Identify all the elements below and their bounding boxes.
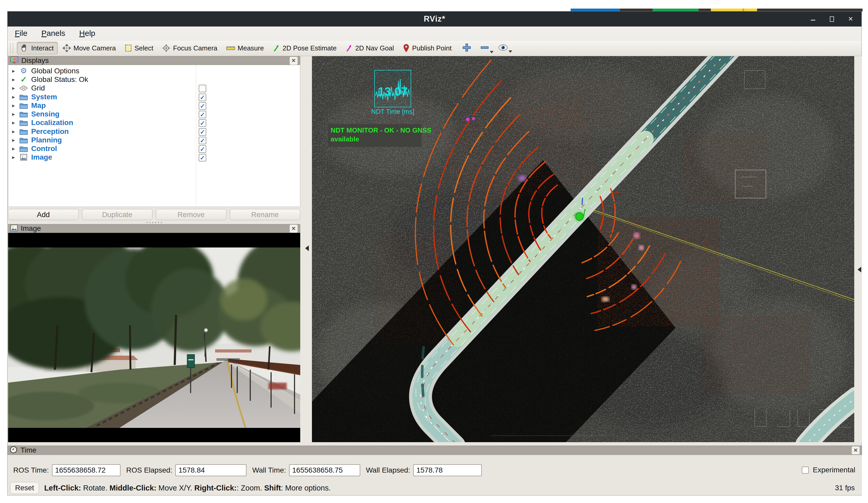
chevron-down-icon[interactable] — [508, 50, 512, 54]
map-pin-icon — [403, 44, 410, 52]
main-content: Displays ✕ ▸ ⚙ Global Options ▸ ✓ Global… — [8, 56, 862, 442]
expander-icon[interactable]: ▸ — [11, 77, 16, 83]
checkbox-system[interactable]: ✓ — [199, 93, 206, 101]
image-panel-header[interactable]: Image ✕ — [8, 224, 300, 233]
left-splitter[interactable] — [300, 56, 312, 442]
collapse-left-arrow-icon[interactable] — [302, 245, 309, 251]
monitor-icon — [10, 57, 18, 65]
close-button[interactable] — [847, 16, 854, 22]
minimize-button[interactable] — [810, 16, 816, 22]
checkbox-localization[interactable]: ✓ — [199, 119, 206, 127]
camera-image-view[interactable] — [8, 233, 300, 442]
tree-item-sensing[interactable]: ▸ Sensing — [8, 110, 193, 118]
grid-icon — [19, 85, 28, 91]
add-button[interactable]: Add — [8, 209, 79, 220]
maximize-button[interactable] — [829, 16, 835, 22]
image-close-icon[interactable]: ✕ — [289, 224, 298, 233]
duplicate-button[interactable]: Duplicate — [82, 209, 153, 220]
tool-publish-point[interactable]: Publish Point — [399, 42, 456, 54]
status-bar: Reset Left-Click: Rotate. Middle-Click: … — [8, 481, 862, 495]
ndt-label: NDT Time [ms] — [371, 108, 414, 115]
expander-icon[interactable]: ▸ — [11, 94, 16, 100]
camera-photo — [8, 248, 300, 428]
tree-item-system[interactable]: ▸ System — [8, 92, 193, 101]
displays-close-icon[interactable]: ✕ — [289, 57, 298, 65]
tool-2d-nav-goal[interactable]: 2D Nav Goal — [342, 42, 398, 54]
interaction-mode-eye-icon[interactable] — [498, 44, 508, 52]
tree-item-planning[interactable]: ▸ Planning — [8, 136, 193, 144]
expander-icon[interactable]: ▸ — [11, 85, 16, 91]
move-camera-icon — [63, 44, 71, 52]
tree-item-grid[interactable]: ▸ Grid — [8, 84, 193, 92]
tree-item-image[interactable]: ▸ Image — [8, 153, 193, 161]
wall-elapsed-input[interactable] — [413, 464, 482, 476]
tree-item-global-status[interactable]: ▸ ✓ Global Status: Ok — [8, 75, 193, 84]
add-tool-plus-icon[interactable] — [462, 43, 471, 53]
collapse-right-arrow-icon[interactable] — [855, 267, 861, 272]
ndt-monitor-line1: NDT MONITOR - OK - NO GNSS — [331, 126, 431, 134]
wall-time-input[interactable] — [289, 464, 360, 476]
ros-elapsed-input[interactable] — [175, 464, 247, 476]
gear-icon: ⚙ — [19, 67, 28, 74]
expander-icon[interactable]: ▸ — [11, 128, 16, 135]
folder-icon — [19, 128, 28, 135]
expander-icon[interactable]: ▸ — [11, 111, 16, 117]
remove-tool-minus-icon[interactable] — [480, 43, 489, 53]
tree-item-global-options[interactable]: ▸ ⚙ Global Options — [8, 67, 193, 75]
ros-elapsed-label: ROS Elapsed: — [126, 466, 172, 474]
folder-icon — [19, 119, 28, 126]
tool-focus-camera[interactable]: Focus Camera — [158, 42, 221, 54]
checkbox-sensing[interactable]: ✓ — [199, 111, 206, 118]
checkbox-image[interactable]: ✓ — [199, 154, 206, 161]
tool-move-camera[interactable]: Move Camera — [59, 42, 120, 54]
focus-camera-icon — [162, 44, 170, 52]
chevron-down-icon[interactable] — [490, 51, 494, 55]
toolbar-drag-handle[interactable] — [10, 43, 13, 53]
menu-file[interactable]: File — [12, 28, 30, 38]
ros-time-input[interactable] — [52, 464, 121, 476]
folder-icon — [19, 145, 28, 152]
checkbox-control[interactable]: ✓ — [199, 145, 206, 153]
wall-elapsed-label: Wall Elapsed: — [366, 466, 410, 474]
expander-icon[interactable]: ▸ — [11, 137, 16, 143]
tool-measure[interactable]: Measure — [222, 42, 268, 54]
tool-select[interactable]: Select — [121, 42, 157, 54]
3d-viewport[interactable]: 13.07 NDT Time [ms] NDT MONITOR - OK - N… — [312, 56, 854, 442]
tree-item-perception[interactable]: ▸ Perception — [8, 127, 193, 136]
ros-time-label: ROS Time: — [13, 466, 49, 474]
ndt-monitor-line2: available — [331, 135, 359, 143]
menu-help[interactable]: Help — [76, 28, 99, 38]
menu-panels[interactable]: Panels — [38, 28, 68, 38]
experimental-checkbox[interactable] — [802, 466, 809, 474]
tool-interact[interactable]: Interact — [17, 42, 58, 54]
time-panel-header[interactable]: Time ✕ — [8, 445, 862, 455]
expander-icon[interactable]: ▸ — [11, 102, 16, 109]
reset-button[interactable]: Reset — [10, 482, 39, 494]
checkbox-grid[interactable] — [199, 85, 206, 92]
tree-item-control[interactable]: ▸ Control — [8, 144, 193, 153]
expander-icon[interactable]: ▸ — [11, 154, 16, 160]
tool-2d-pose-estimate[interactable]: 2D Pose Estimate — [269, 42, 341, 54]
rviz-window: RViz* File Panels Help Interact Move Cam… — [7, 11, 862, 495]
mouse-help-text: Left-Click: Rotate. Middle-Click: Move X… — [44, 484, 331, 492]
time-close-icon[interactable]: ✕ — [851, 446, 860, 455]
displays-panel-header[interactable]: Displays ✕ — [8, 56, 300, 65]
experimental-label: Experimental — [813, 466, 855, 474]
nav-goal-arrow-icon — [345, 44, 353, 52]
checkbox-perception[interactable]: ✓ — [199, 128, 206, 136]
expander-icon[interactable]: ▸ — [11, 145, 16, 152]
remove-button[interactable]: Remove — [156, 209, 227, 220]
rename-button[interactable]: Rename — [230, 209, 300, 220]
panel-splitter-handle[interactable] — [8, 222, 300, 223]
right-splitter[interactable] — [854, 56, 862, 442]
checkbox-planning[interactable]: ✓ — [199, 137, 206, 144]
folder-icon — [19, 93, 28, 100]
title-bar[interactable]: RViz* — [8, 11, 861, 27]
expander-icon[interactable]: ▸ — [11, 120, 16, 126]
tree-item-localization[interactable]: ▸ Localization — [8, 118, 193, 127]
displays-tree[interactable]: ▸ ⚙ Global Options ▸ ✓ Global Status: Ok… — [8, 65, 300, 207]
expander-icon[interactable]: ▸ — [11, 68, 16, 74]
tree-item-map[interactable]: ▸ Map — [8, 101, 193, 110]
checkbox-map[interactable]: ✓ — [199, 102, 206, 110]
ndt-monitor-overlay: NDT MONITOR - OK - NO GNSS available — [328, 124, 431, 147]
